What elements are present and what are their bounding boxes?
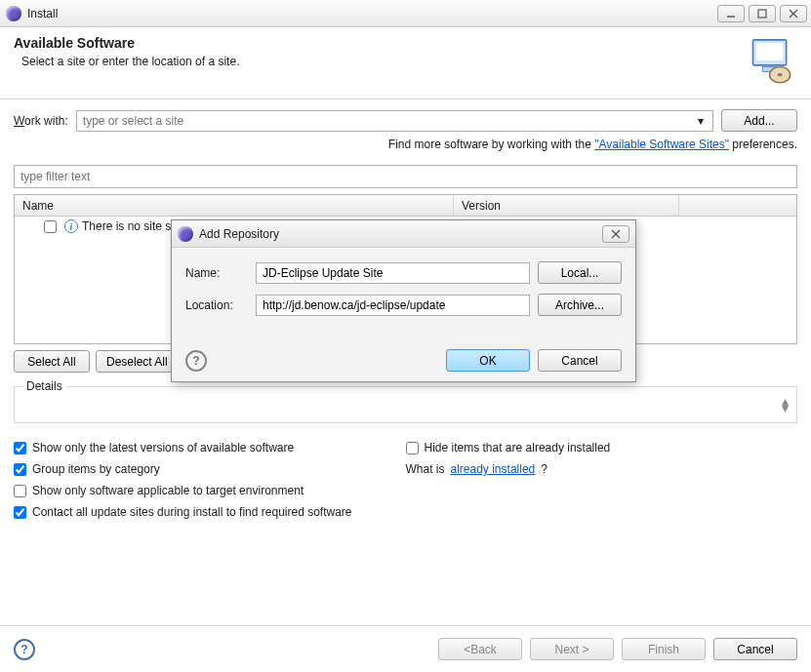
- name-input[interactable]: [256, 262, 530, 284]
- cancel-button[interactable]: Cancel: [713, 638, 797, 660]
- scroll-hint-icon: ▴▾: [782, 398, 789, 412]
- chevron-down-icon[interactable]: ▾: [693, 114, 709, 128]
- dialog-title: Add Repository: [199, 227, 596, 241]
- ok-button[interactable]: OK: [446, 349, 530, 372]
- work-with-input[interactable]: [81, 113, 693, 129]
- find-more-text: Find more software by working with the "…: [14, 138, 797, 151]
- select-all-button[interactable]: Select All: [14, 350, 90, 373]
- info-icon: i: [64, 219, 78, 233]
- local-button[interactable]: Local...: [538, 261, 622, 284]
- page-heading: Available Software: [14, 35, 735, 51]
- available-sites-link[interactable]: "Available Software Sites": [594, 138, 729, 151]
- next-button[interactable]: Next >: [530, 638, 614, 660]
- already-installed-link[interactable]: already installed: [451, 462, 536, 476]
- hide-installed-checkbox[interactable]: [406, 442, 419, 455]
- group-checkbox[interactable]: [14, 463, 26, 476]
- minimize-button[interactable]: [717, 5, 745, 22]
- col-version[interactable]: Version: [454, 195, 679, 216]
- contact-sites-checkbox[interactable]: [14, 506, 26, 519]
- page-subtext: Select a site or enter the location of a…: [21, 55, 735, 68]
- latest-label: Show only the latest versions of availab…: [32, 441, 294, 455]
- applicable-label: Show only software applicable to target …: [32, 484, 304, 497]
- applicable-checkbox[interactable]: [14, 485, 26, 497]
- filter-input[interactable]: [14, 165, 797, 188]
- install-icon: [747, 35, 797, 89]
- group-label: Group items by category: [32, 462, 160, 476]
- svg-rect-5: [756, 43, 784, 60]
- deselect-all-button[interactable]: Deselect All: [96, 350, 179, 373]
- name-label: Name:: [185, 266, 248, 280]
- hide-installed-label: Hide items that are already installed: [425, 441, 611, 455]
- eclipse-icon: [178, 226, 193, 242]
- dialog-close-button[interactable]: [602, 225, 629, 243]
- row-checkbox[interactable]: [44, 220, 57, 233]
- contact-sites-label: Contact all update sites during install …: [32, 505, 352, 519]
- eclipse-icon: [6, 6, 21, 21]
- whatis-text: What is already installed?: [406, 462, 798, 476]
- window-title: Install: [27, 7, 711, 20]
- col-spacer: [679, 195, 796, 216]
- close-button[interactable]: [780, 5, 807, 22]
- svg-point-8: [778, 73, 783, 76]
- details-group: Details ▴▾: [14, 386, 797, 423]
- finish-button[interactable]: Finish: [622, 638, 706, 660]
- help-icon[interactable]: ?: [14, 639, 35, 660]
- dialog-help-icon[interactable]: ?: [185, 350, 207, 372]
- archive-button[interactable]: Archive...: [538, 294, 622, 316]
- col-name[interactable]: Name: [15, 195, 454, 216]
- maximize-button[interactable]: [749, 5, 776, 22]
- work-with-label: Work with:: [14, 114, 68, 128]
- add-repository-dialog: Add Repository Name: Local... Location: …: [171, 219, 636, 382]
- details-legend: Details: [22, 379, 66, 393]
- add-site-button[interactable]: Add...: [721, 109, 797, 132]
- latest-checkbox[interactable]: [14, 442, 26, 455]
- svg-rect-1: [758, 10, 766, 18]
- location-label: Location:: [185, 298, 248, 312]
- location-input[interactable]: [256, 295, 530, 316]
- back-button[interactable]: < Back: [438, 638, 522, 660]
- dialog-cancel-button[interactable]: Cancel: [538, 349, 622, 372]
- work-with-combo[interactable]: ▾: [76, 110, 713, 132]
